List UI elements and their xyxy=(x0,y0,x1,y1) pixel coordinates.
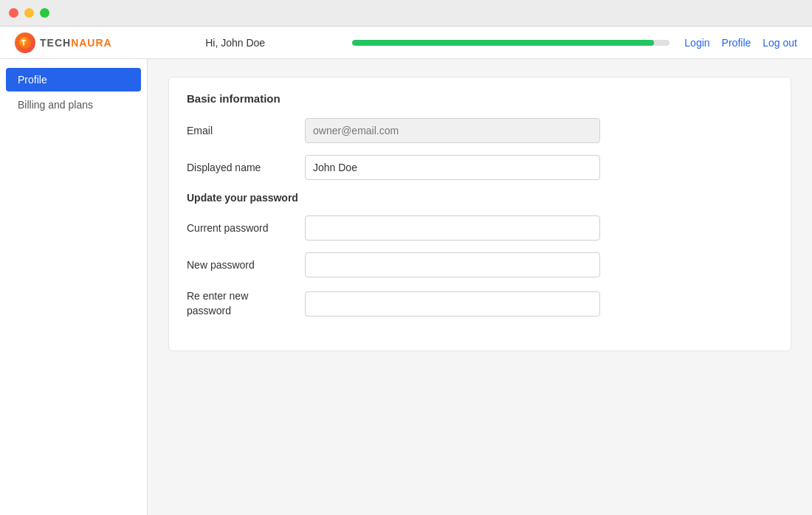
current-password-group: Current password xyxy=(187,215,773,241)
re-enter-password-label: Re enter new password xyxy=(187,289,305,318)
svg-text:T: T xyxy=(21,39,26,47)
profile-card: Basic information Email Displayed name U… xyxy=(168,77,791,351)
minimize-button[interactable] xyxy=(24,8,34,18)
sidebar-item-profile[interactable]: Profile xyxy=(6,68,141,91)
new-password-label: New password xyxy=(187,259,305,271)
login-link[interactable]: Login xyxy=(684,37,709,49)
greeting-text: Hi, John Doe xyxy=(133,37,337,49)
logout-link[interactable]: Log out xyxy=(763,37,797,49)
topnav: T TECHNAURA Hi, John Doe Login Profile L… xyxy=(0,27,812,59)
progress-bar-fill xyxy=(352,40,654,46)
current-password-input[interactable] xyxy=(305,215,600,241)
displayed-name-input[interactable] xyxy=(305,155,600,180)
new-password-input[interactable] xyxy=(305,252,600,277)
nav-links: Login Profile Log out xyxy=(684,37,797,49)
close-button[interactable] xyxy=(9,8,18,18)
sidebar: Profile Billing and plans xyxy=(0,59,148,515)
logo: T TECHNAURA xyxy=(15,32,133,53)
new-password-group: New password xyxy=(187,252,773,277)
current-password-label: Current password xyxy=(187,222,305,234)
progress-bar xyxy=(352,40,670,46)
displayed-name-label: Displayed name xyxy=(187,162,305,173)
email-input[interactable] xyxy=(305,118,600,143)
email-label: Email xyxy=(187,125,305,136)
logo-text: TECHNAURA xyxy=(40,37,112,49)
maximize-button[interactable] xyxy=(40,8,49,18)
re-enter-password-group: Re enter new password xyxy=(187,289,773,318)
re-enter-password-input[interactable] xyxy=(305,291,600,317)
titlebar xyxy=(0,0,812,27)
logo-icon: T xyxy=(15,32,35,53)
password-section-title: Update your password xyxy=(187,192,773,204)
sidebar-item-billing[interactable]: Billing and plans xyxy=(6,93,141,117)
profile-link[interactable]: Profile xyxy=(722,37,751,49)
main-layout: Profile Billing and plans Basic informat… xyxy=(0,59,812,515)
content-area: Basic information Email Displayed name U… xyxy=(148,59,812,515)
email-group: Email xyxy=(187,118,773,143)
section-title: Basic information xyxy=(187,92,773,105)
displayed-name-group: Displayed name xyxy=(187,155,773,180)
